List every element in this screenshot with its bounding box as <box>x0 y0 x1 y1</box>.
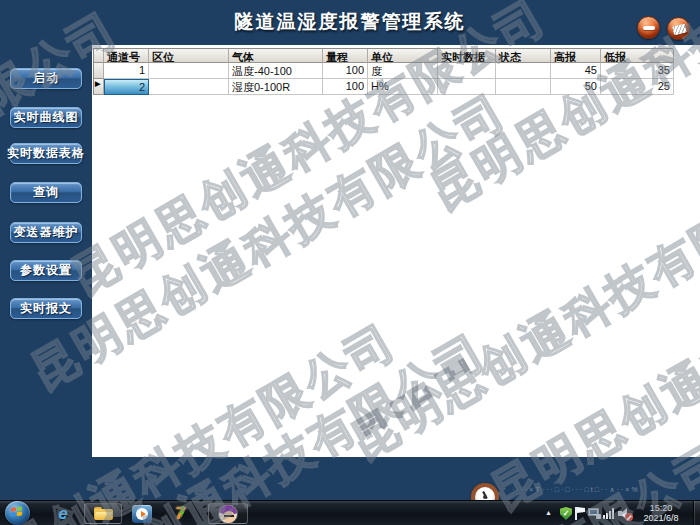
table-cell[interactable]: 50 <box>551 79 601 95</box>
column-header[interactable]: 单位 <box>368 49 438 63</box>
windows-logo-icon <box>11 506 23 518</box>
clock-date: 2021/6/8 <box>636 513 686 523</box>
window-bottom-strip: ····×T···□·□···□t□··∧··×% <box>0 457 700 500</box>
table-cell[interactable]: 湿度0-100R <box>229 79 323 95</box>
main-panel: 通道号区位气体量程单位实时数据状态高报低报1温度-40-100100度4535▶… <box>92 45 700 457</box>
show-desktop-button[interactable] <box>693 501 700 525</box>
row-header[interactable]: ▶ <box>94 79 104 95</box>
internet-explorer-icon: e <box>58 504 67 524</box>
sidebar-button-transmitter[interactable]: 变送器维护 <box>10 222 82 243</box>
row-header-corner[interactable] <box>94 49 104 63</box>
minimize-button[interactable] <box>637 16 660 39</box>
column-header[interactable]: 高报 <box>551 49 601 63</box>
sidebar-button-data-table[interactable]: 实时数据表格 <box>10 143 82 164</box>
column-header[interactable]: 气体 <box>229 49 323 63</box>
media-player-icon <box>132 505 152 523</box>
table-cell[interactable]: 35 <box>601 63 674 79</box>
clock-time: 15:20 <box>636 503 686 513</box>
tray-overflow-button[interactable]: ▲ <box>545 509 552 516</box>
avatar-app-icon <box>218 504 238 524</box>
column-header[interactable]: 实时数据 <box>438 49 496 63</box>
table-cell[interactable] <box>438 63 496 79</box>
sidebar-button-query[interactable]: 查询 <box>10 182 82 203</box>
sidebar-button-curve-chart[interactable]: 实时曲线图 <box>10 107 82 128</box>
table-cell[interactable]: 温度-40-100 <box>229 63 323 79</box>
table-cell[interactable]: 1 <box>104 63 149 79</box>
table-cell[interactable] <box>496 63 551 79</box>
table-cell[interactable]: 100 <box>323 63 368 79</box>
window-title: 隧道温湿度报警管理系统 <box>0 9 700 35</box>
table-cell[interactable]: 45 <box>551 63 601 79</box>
explorer-taskbar-button[interactable] <box>84 503 122 524</box>
volume-muted-icon[interactable] <box>618 508 632 520</box>
start-button[interactable] <box>5 501 30 525</box>
exit-button[interactable] <box>667 17 690 40</box>
taskbar: e 7 ▲ ✓ <box>0 500 700 525</box>
table-cell[interactable]: 25 <box>601 79 674 95</box>
table-cell[interactable]: 100 <box>323 79 368 95</box>
table-cell[interactable] <box>149 79 229 95</box>
media-player-button[interactable] <box>128 503 156 524</box>
taskbar-clock[interactable]: 15:20 2021/6/8 <box>636 503 686 523</box>
minimize-icon <box>643 26 655 30</box>
column-header[interactable]: 量程 <box>323 49 368 63</box>
internet-explorer-button[interactable]: e <box>50 503 76 524</box>
table-row[interactable]: ▶2湿度0-100R100H%5025 <box>94 79 673 95</box>
column-header[interactable]: 通道号 <box>104 49 149 63</box>
app-seven-button[interactable]: 7 <box>164 503 196 524</box>
table-header-row: 通道号区位气体量程单位实时数据状态高报低报 <box>94 49 673 63</box>
column-header[interactable]: 区位 <box>149 49 229 63</box>
table-cell[interactable] <box>149 63 229 79</box>
table-cell[interactable] <box>496 79 551 95</box>
sidebar-button-messages[interactable]: 实时报文 <box>10 298 82 319</box>
gauge-icon <box>471 483 499 500</box>
sidebar-button-start[interactable]: 启动 <box>10 68 82 89</box>
status-text: ····×T···□·□···□t□··∧··×% <box>512 486 640 494</box>
action-center-shield-icon[interactable]: ✓ <box>560 507 572 520</box>
sidebar-button-parameters[interactable]: 参数设置 <box>10 260 82 281</box>
table-cell[interactable]: 2 <box>104 79 149 95</box>
column-header[interactable]: 状态 <box>496 49 551 63</box>
table-cell[interactable]: 度 <box>368 63 438 79</box>
avatar-app-taskbar-button[interactable] <box>208 503 248 524</box>
table-row[interactable]: 1温度-40-100100度4535 <box>94 63 673 79</box>
data-grid: 通道号区位气体量程单位实时数据状态高报低报1温度-40-100100度4535▶… <box>93 48 673 95</box>
table-cell[interactable]: H% <box>368 79 438 95</box>
row-header[interactable] <box>94 63 104 79</box>
table-cell[interactable] <box>438 79 496 95</box>
screen: 隧道温湿度报警管理系统 启动 实时曲线图 实时数据表格 查询 变送器维护 参数设… <box>0 0 700 525</box>
hardware-tray-icon[interactable] <box>588 508 601 519</box>
exit-icon <box>672 24 687 36</box>
folder-icon <box>94 507 113 520</box>
action-center-flag-icon[interactable] <box>575 507 577 520</box>
column-header[interactable]: 低报 <box>601 49 674 63</box>
network-signal-icon[interactable] <box>603 508 616 519</box>
